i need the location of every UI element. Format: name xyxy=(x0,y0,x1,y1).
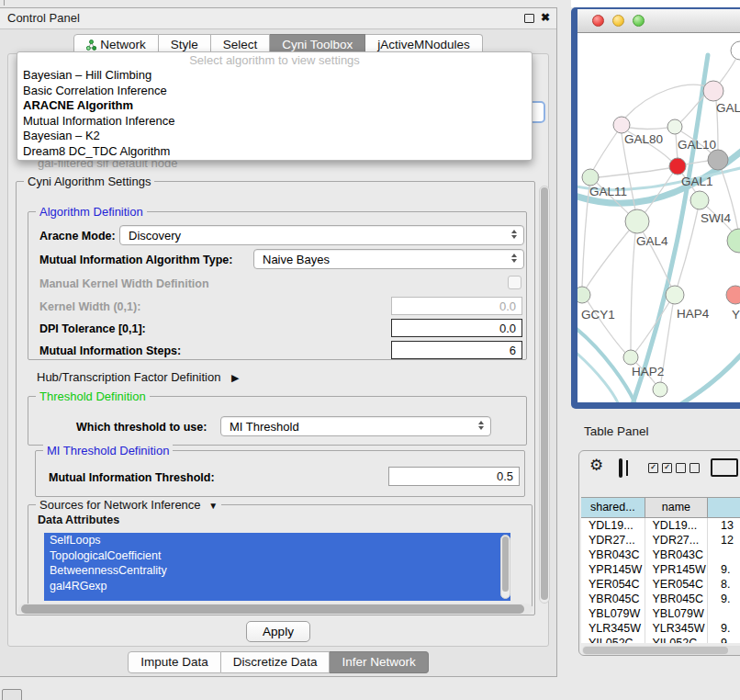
close-icon[interactable]: ✖ xyxy=(541,11,550,24)
network-edge[interactable] xyxy=(599,168,669,177)
table-row[interactable]: YDR27...YDR27...12 xyxy=(581,533,740,548)
table-row[interactable]: YBR043CYBR043C xyxy=(581,548,740,562)
table-row[interactable]: YDL19...YDL19...13 xyxy=(581,518,740,533)
table-cell: 9. xyxy=(708,621,740,636)
data-attribute-item[interactable]: BetweennessCentrality xyxy=(44,563,510,579)
stepper-icon xyxy=(511,254,517,263)
network-node[interactable] xyxy=(708,150,728,170)
network-node-gal[interactable] xyxy=(703,81,723,101)
checked-box-icon: ✓ xyxy=(662,463,672,473)
node-table[interactable]: shared...name YDL19...YDL19...13YDR27...… xyxy=(581,497,740,643)
aracne-mode-combo[interactable]: Discovery xyxy=(119,225,524,245)
network-node-swi4[interactable] xyxy=(690,191,709,209)
tab-discretize-data[interactable]: Discretize Data xyxy=(221,651,331,673)
apply-button[interactable]: Apply xyxy=(246,621,310,642)
table-row[interactable]: YBR045CYBR045C9. xyxy=(581,592,740,606)
tab-infer-network[interactable]: Infer Network xyxy=(330,651,428,673)
mi-steps-label: Mutual Information Steps: xyxy=(39,344,181,357)
data-attributes-list[interactable]: SelfLoopsTopologicalCoefficientBetweenne… xyxy=(44,533,510,601)
table-cell: YDL19... xyxy=(581,518,645,533)
network-window-titlebar[interactable] xyxy=(577,9,740,33)
mi-threshold-definition-title: MI Threshold Definition xyxy=(43,444,173,457)
network-node[interactable] xyxy=(653,382,667,397)
select-all-icon[interactable]: ✓ ✓ xyxy=(648,463,672,473)
background-strip xyxy=(571,0,740,7)
close-traffic-light[interactable] xyxy=(592,15,604,27)
data-attribute-item[interactable]: gal4RGexp xyxy=(44,579,510,594)
network-node-gal4[interactable] xyxy=(625,209,649,233)
mi-type-value: Naive Bayes xyxy=(263,253,330,266)
column-header[interactable]: shared... xyxy=(581,498,645,517)
node-label: GAL10 xyxy=(678,138,716,152)
column-selector-icon[interactable] xyxy=(619,458,622,478)
kernel-width-field[interactable]: 0.0 xyxy=(391,297,522,315)
algorithm-option[interactable]: Bayesian – K2 xyxy=(17,129,532,144)
mi-threshold-field[interactable]: 0.5 xyxy=(388,467,520,486)
table-row[interactable]: YIL052CYIL052C9. xyxy=(581,636,740,643)
network-edge[interactable] xyxy=(593,132,617,170)
aracne-mode-label: Aracne Mode: xyxy=(39,230,116,243)
table-cell: 9. xyxy=(708,636,740,643)
node-label: GAL1 xyxy=(681,175,713,188)
table-row[interactable]: YBL079WYBL079W xyxy=(581,606,740,621)
mi-steps-field[interactable]: 6 xyxy=(391,341,522,359)
column-header[interactable] xyxy=(708,498,740,517)
network-node-gal1[interactable] xyxy=(669,158,686,175)
table-cell: 9. xyxy=(708,592,740,606)
minimize-traffic-light[interactable] xyxy=(612,15,624,27)
algorithm-option[interactable]: Mutual Information Inference xyxy=(17,114,532,130)
table-panel: Table Panel ⚙ ✓ ✓ shared...name YDL19...… xyxy=(575,419,740,663)
algorithm-option[interactable]: ARACNE Algorithm xyxy=(17,98,532,114)
hub-section-toggle[interactable]: Hub/Transcription Factor Definition ▶ xyxy=(37,370,239,384)
network-edge[interactable] xyxy=(586,231,629,288)
table-row[interactable]: YER054CYER054C8. xyxy=(581,577,740,592)
algorithm-option[interactable]: Basic Correlation Inference xyxy=(17,84,532,99)
settings-vertical-scrollbar[interactable] xyxy=(539,186,550,604)
table-horizontal-scrollbar[interactable] xyxy=(582,646,740,655)
network-node-hap4[interactable] xyxy=(666,286,684,304)
algorithm-options: Bayesian – Hill ClimbingBasic Correlatio… xyxy=(17,68,532,159)
tab-label: Discretize Data xyxy=(233,654,318,671)
network-graph: GALGAL80GAL10GAL1GAL11SWI4GAL4GCY1HAP4YH… xyxy=(577,33,740,402)
network-edge[interactable] xyxy=(630,128,667,130)
algorithm-option[interactable]: Bayesian – Hill Climbing xyxy=(17,68,532,84)
column-header[interactable]: name xyxy=(645,498,709,517)
data-attribute-item[interactable]: TopologicalCoefficient xyxy=(44,548,510,564)
table-row[interactable]: YPR145WYPR145W9. xyxy=(581,562,740,577)
algorithm-option[interactable]: Dream8 DC_TDC Algorithm xyxy=(17,144,532,160)
network-node-gal10[interactable] xyxy=(667,119,682,134)
network-edge[interactable] xyxy=(577,349,620,402)
table-cell: 8. xyxy=(708,577,740,592)
document-icon[interactable] xyxy=(711,458,738,477)
network-node-hap2[interactable] xyxy=(623,350,638,365)
bottom-left-button[interactable] xyxy=(2,689,22,700)
node-label: GAL11 xyxy=(589,185,627,198)
network-node-gcy1[interactable] xyxy=(577,287,590,303)
which-threshold-combo[interactable]: MI Threshold xyxy=(220,416,491,436)
network-node[interactable] xyxy=(727,229,740,253)
table-cell: YBL079W xyxy=(645,606,709,621)
control-panel-titlebar: Control Panel ✖ xyxy=(0,8,556,29)
attribute-list-scrollbar[interactable] xyxy=(500,535,510,599)
mi-type-combo[interactable]: Naive Bayes xyxy=(253,249,524,269)
settings-horizontal-scrollbar[interactable] xyxy=(18,604,533,615)
dpi-tolerance-field[interactable]: 0.0 xyxy=(391,319,522,337)
gear-icon[interactable]: ⚙ xyxy=(589,457,603,475)
data-attribute-item[interactable]: SelfLoops xyxy=(44,533,510,548)
network-node[interactable] xyxy=(731,41,740,60)
network-edge[interactable] xyxy=(625,85,707,118)
zoom-traffic-light[interactable] xyxy=(633,15,645,27)
network-canvas[interactable]: GALGAL80GAL10GAL1GAL11SWI4GAL4GCY1HAP4YH… xyxy=(577,33,740,402)
table-toolbar: ⚙ ✓ ✓ xyxy=(579,457,740,486)
network-node-gal11[interactable] xyxy=(582,169,599,186)
manual-kernel-checkbox[interactable] xyxy=(508,276,521,289)
network-node-gal80[interactable] xyxy=(613,117,630,133)
network-node-y[interactable] xyxy=(726,286,740,304)
network-edge[interactable] xyxy=(631,233,635,350)
float-window-icon[interactable] xyxy=(524,14,534,23)
deselect-all-icon[interactable] xyxy=(676,463,700,473)
network-edge[interactable] xyxy=(720,60,735,83)
table-row[interactable]: YLR345WYLR345W9. xyxy=(581,621,740,636)
sources-group-title[interactable]: Sources for Network Inference ▼ xyxy=(36,498,221,512)
tab-impute-data[interactable]: Impute Data xyxy=(128,651,221,673)
